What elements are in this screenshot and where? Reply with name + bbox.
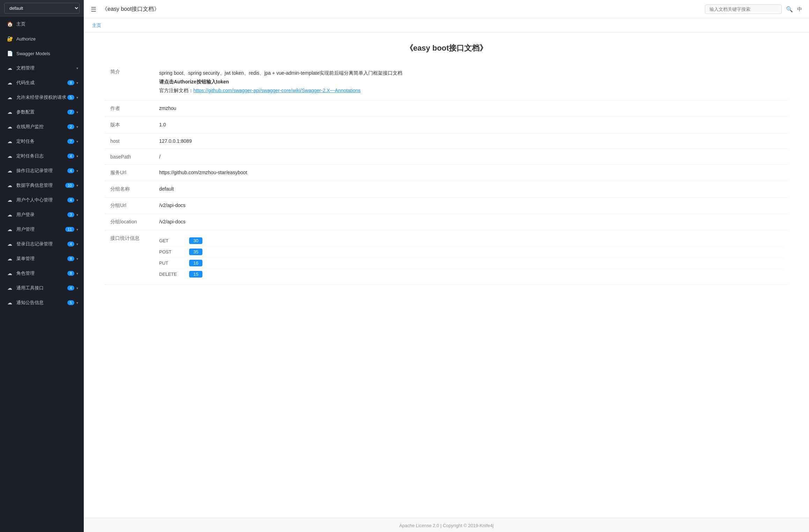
nav-label-scheduled-log: 定时任务日志 bbox=[16, 153, 67, 159]
nav-icon-online-user: ☁ bbox=[7, 124, 13, 130]
nav-arrow-allow-unauth: ▾ bbox=[76, 96, 78, 99]
content-area: 主页 《easy boot接口文档》 简介spring boot、spring … bbox=[84, 19, 809, 532]
nav-icon-login-log: ☁ bbox=[7, 241, 13, 247]
nav-icon-role-mgmt: ☁ bbox=[7, 270, 13, 276]
table-row: 分组名称default bbox=[105, 181, 788, 197]
sidebar-item-op-log[interactable]: ☁操作日志记录管理4▾ bbox=[0, 163, 84, 178]
table-row: 版本1.0 bbox=[105, 117, 788, 133]
method-row-delete: DELETE15 bbox=[159, 269, 782, 280]
nav-badge-param-config: 7 bbox=[67, 110, 74, 114]
nav-icon-scheduled-task: ☁ bbox=[7, 138, 13, 145]
sidebar-item-menu-mgmt[interactable]: ☁菜单管理8▾ bbox=[0, 251, 84, 266]
method-label: PUT bbox=[159, 260, 184, 266]
sidebar-item-scheduled-log[interactable]: ☁定时任务日志4▾ bbox=[0, 149, 84, 163]
nav-label-online-user: 在线用户监控 bbox=[16, 124, 67, 130]
nav-arrow-common-api: ▾ bbox=[76, 286, 78, 290]
nav-badge-code-gen: 8 bbox=[67, 80, 74, 85]
nav-arrow-menu-mgmt: ▾ bbox=[76, 257, 78, 261]
table-row: basePath/ bbox=[105, 149, 788, 164]
row-label: 版本 bbox=[105, 117, 154, 133]
nav-label-param-config: 参数配置 bbox=[16, 109, 67, 115]
table-row: 接口统计信息GET30POST35PUT16DELETE15 bbox=[105, 230, 788, 285]
nav-icon-home: 🏠 bbox=[7, 21, 13, 27]
nav-icon-menu-mgmt: ☁ bbox=[7, 256, 13, 262]
nav-badge-menu-mgmt: 8 bbox=[67, 256, 74, 261]
sidebar-item-user-profile[interactable]: ☁用户个人中心管理4▾ bbox=[0, 193, 84, 207]
sidebar-item-code-gen[interactable]: ☁代码生成8▾ bbox=[0, 75, 84, 90]
row-label: 分组location bbox=[105, 214, 154, 230]
nav-icon-scheduled-log: ☁ bbox=[7, 153, 13, 159]
sidebar: default 🏠主页🔐Authorize📄Swagger Models☁文档管… bbox=[0, 0, 84, 532]
sidebar-item-authorize[interactable]: 🔐Authorize bbox=[0, 31, 84, 46]
nav-label-scheduled-task: 定时任务 bbox=[16, 138, 67, 145]
sidebar-item-data-dict[interactable]: ☁数据字典信息管理10▾ bbox=[0, 178, 84, 193]
intro-link[interactable]: https://github.com/swagger-api/swagger-c… bbox=[193, 88, 361, 93]
sidebar-item-role-mgmt[interactable]: ☁角色管理8▾ bbox=[0, 266, 84, 281]
nav-icon-doc-management: ☁ bbox=[7, 65, 13, 71]
method-row-get: GET30 bbox=[159, 235, 782, 246]
method-badge: 30 bbox=[189, 237, 202, 244]
table-row: host127.0.0.1:8089 bbox=[105, 133, 788, 149]
nav-label-authorize: Authorize bbox=[16, 36, 78, 42]
nav-label-code-gen: 代码生成 bbox=[16, 80, 67, 86]
sidebar-item-param-config[interactable]: ☁参数配置7▾ bbox=[0, 105, 84, 119]
sidebar-item-login-log[interactable]: ☁登录日志记录管理4▾ bbox=[0, 237, 84, 251]
nav-arrow-op-log: ▾ bbox=[76, 169, 78, 173]
nav-arrow-user-mgmt: ▾ bbox=[76, 228, 78, 231]
row-label: 分组名称 bbox=[105, 181, 154, 197]
sidebar-item-home[interactable]: 🏠主页 bbox=[0, 17, 84, 31]
sidebar-item-notice[interactable]: ☁通知公告信息5▾ bbox=[0, 295, 84, 310]
footer-text: Apache License 2.0 | Copyright © 2019-Kn… bbox=[399, 523, 493, 528]
intro-line-2: 请点击Authorize按钮输入token bbox=[159, 77, 782, 86]
sidebar-item-online-user[interactable]: ☁在线用户监控2▾ bbox=[0, 119, 84, 134]
nav-badge-user-login: 3 bbox=[67, 212, 74, 217]
sidebar-nav: 🏠主页🔐Authorize📄Swagger Models☁文档管理▾☁代码生成8… bbox=[0, 17, 84, 532]
nav-label-doc-management: 文档管理 bbox=[16, 65, 76, 71]
sidebar-item-user-mgmt[interactable]: ☁用户管理11▾ bbox=[0, 222, 84, 237]
nav-badge-login-log: 4 bbox=[67, 242, 74, 246]
sidebar-item-scheduled-task[interactable]: ☁定时任务7▾ bbox=[0, 134, 84, 149]
row-value: /v2/api-docs bbox=[154, 214, 788, 230]
table-row: 分组Url/v2/api-docs bbox=[105, 197, 788, 214]
nav-arrow-code-gen: ▾ bbox=[76, 81, 78, 85]
row-label: basePath bbox=[105, 149, 154, 164]
sidebar-item-allow-unauth[interactable]: ☁允许未经登录授权的请求5▾ bbox=[0, 90, 84, 105]
lang-button[interactable]: 中 bbox=[797, 6, 802, 13]
sidebar-item-user-login[interactable]: ☁用户登录3▾ bbox=[0, 207, 84, 222]
nav-icon-user-login: ☁ bbox=[7, 212, 13, 218]
nav-badge-online-user: 2 bbox=[67, 124, 74, 129]
row-label: 作者 bbox=[105, 100, 154, 117]
row-value: / bbox=[154, 149, 788, 164]
nav-arrow-data-dict: ▾ bbox=[76, 184, 78, 187]
row-value: 127.0.0.1:8089 bbox=[154, 133, 788, 149]
nav-badge-notice: 5 bbox=[67, 300, 74, 305]
menu-toggle-icon[interactable]: ☰ bbox=[91, 6, 96, 13]
nav-arrow-notice: ▾ bbox=[76, 301, 78, 305]
group-select[interactable]: default bbox=[4, 3, 80, 14]
breadcrumb: 主页 bbox=[84, 19, 809, 32]
nav-label-op-log: 操作日志记录管理 bbox=[16, 168, 67, 174]
row-value: spring boot、spring security、jwt token、re… bbox=[154, 64, 788, 100]
nav-icon-op-log: ☁ bbox=[7, 168, 13, 174]
method-badge: 15 bbox=[189, 271, 202, 278]
search-input[interactable] bbox=[705, 5, 782, 14]
sidebar-item-common-api[interactable]: ☁通用工具接口4▾ bbox=[0, 281, 84, 295]
main-container: ☰ 《easy boot接口文档》 🔍 中 主页 《easy boot接口文档》… bbox=[84, 0, 809, 532]
content-card: 《easy boot接口文档》 简介spring boot、spring sec… bbox=[84, 32, 809, 518]
table-row: 分组location/v2/api-docs bbox=[105, 214, 788, 230]
nav-badge-user-mgmt: 11 bbox=[65, 227, 74, 232]
nav-icon-user-profile: ☁ bbox=[7, 197, 13, 203]
nav-badge-user-profile: 4 bbox=[67, 198, 74, 202]
sidebar-item-swagger-models[interactable]: 📄Swagger Models bbox=[0, 46, 84, 61]
nav-label-user-mgmt: 用户管理 bbox=[16, 226, 65, 232]
breadcrumb-home[interactable]: 主页 bbox=[92, 23, 101, 28]
row-value: /v2/api-docs bbox=[154, 197, 788, 214]
search-icon[interactable]: 🔍 bbox=[786, 6, 793, 13]
intro-line-3: 官方注解文档：https://github.com/swagger-api/sw… bbox=[159, 86, 782, 95]
row-value: https://github.com/zmzhou-star/easyboot bbox=[154, 164, 788, 181]
row-value: zmzhou bbox=[154, 100, 788, 117]
sidebar-item-doc-management[interactable]: ☁文档管理▾ bbox=[0, 61, 84, 75]
row-label: 分组Url bbox=[105, 197, 154, 214]
sidebar-dropdown-container[interactable]: default bbox=[0, 0, 84, 17]
table-row: 作者zmzhou bbox=[105, 100, 788, 117]
